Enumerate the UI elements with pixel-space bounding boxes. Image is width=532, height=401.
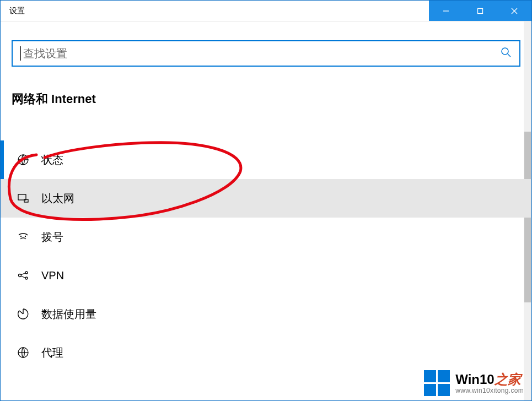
svg-point-11 [19,274,22,277]
nav-list: 状态 以太网 [1,140,531,372]
nav-item-vpn[interactable]: VPN [1,256,531,295]
nav-item-label: 状态 [41,153,63,167]
status-icon [15,154,31,166]
nav-item-dialup[interactable]: 拨号 [1,218,531,256]
data-usage-icon [15,308,31,320]
nav-item-label: 代理 [41,345,63,360]
nav-item-proxy[interactable]: 代理 [1,333,531,372]
svg-point-13 [25,277,28,279]
windows-logo-icon [424,370,450,396]
caption-buttons [429,1,531,21]
titlebar: 设置 [1,1,531,21]
svg-line-17 [19,311,23,314]
watermark: Win10之家 www.win10xitong.com [424,370,524,396]
nav-item-label: 拨号 [41,230,63,245]
watermark-url: www.win10xitong.com [455,387,524,394]
svg-point-10 [25,236,26,237]
minimize-button[interactable] [429,1,463,21]
svg-rect-1 [478,8,483,13]
svg-line-15 [21,276,25,278]
proxy-icon [15,346,31,359]
nav-item-label: 数据使用量 [41,307,96,322]
nav-item-label: 以太网 [41,191,74,206]
nav-item-label: VPN [41,269,64,282]
svg-line-5 [508,54,510,57]
watermark-brand-prefix: Win10 [455,372,494,387]
nav-item-ethernet[interactable]: 以太网 [1,179,531,218]
section-heading: 网络和 Internet [1,67,531,107]
close-button[interactable] [497,1,531,21]
svg-point-9 [20,236,22,237]
nav-item-data-usage[interactable]: 数据使用量 [1,295,531,333]
svg-point-4 [502,48,508,55]
search-icon [501,47,512,60]
svg-line-14 [21,273,25,275]
nav-item-status[interactable]: 状态 [1,140,531,179]
watermark-brand-suffix: 之家 [495,372,521,387]
search-placeholder: 查找设置 [23,46,501,61]
svg-point-12 [25,272,28,274]
vpn-icon [15,269,31,281]
ethernet-icon [15,192,31,204]
maximize-button[interactable] [463,1,497,21]
window-title: 设置 [1,6,25,16]
search-input[interactable]: 查找设置 [12,40,520,67]
dialup-icon [15,231,31,243]
